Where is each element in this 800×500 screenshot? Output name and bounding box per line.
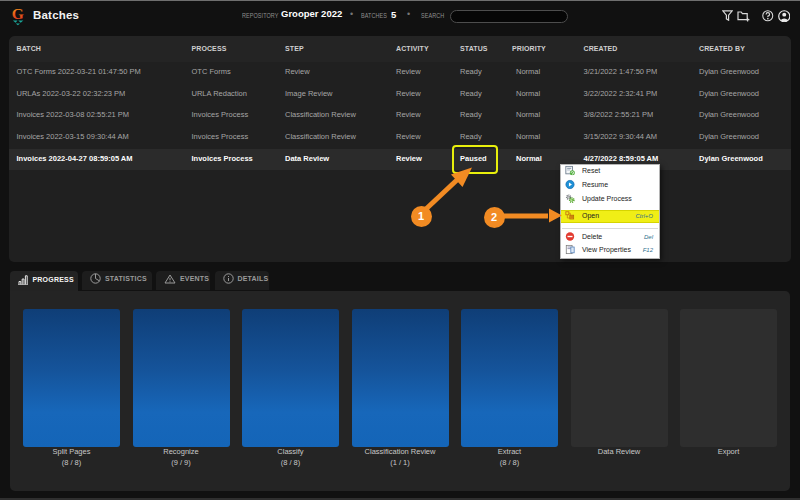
svg-text:G: G — [12, 5, 24, 22]
